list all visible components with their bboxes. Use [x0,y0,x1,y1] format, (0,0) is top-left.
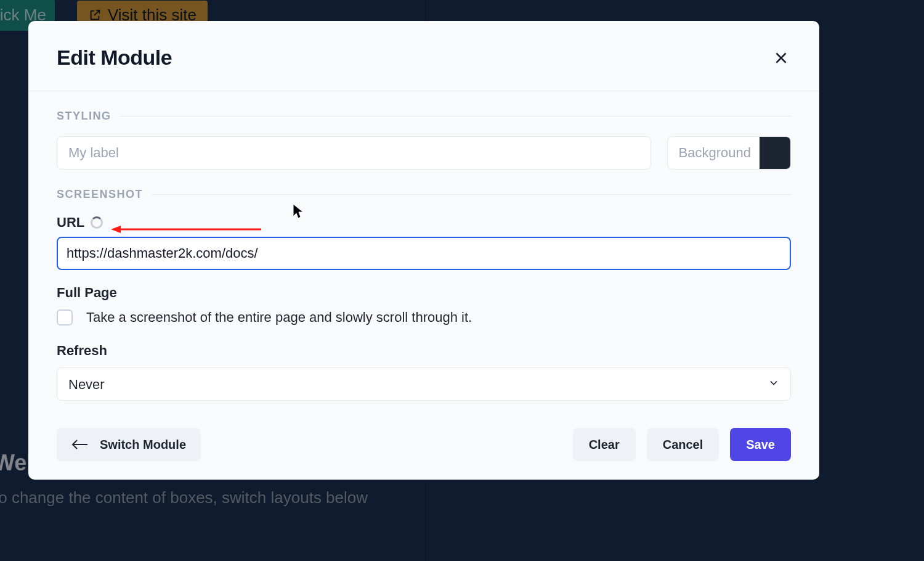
section-heading-screenshot: SCREENSHOT [57,188,791,201]
url-label-row: URL [57,215,791,231]
fullpage-description: Take a screenshot of the entire page and… [86,309,472,326]
close-icon [773,50,789,66]
url-input[interactable] [57,237,791,270]
refresh-select-wrap: Never [57,367,791,401]
modal-header: Edit Module [28,21,819,91]
modal-footer: Switch Module Clear Cancel Save [28,411,819,480]
close-button[interactable] [771,48,791,68]
fullpage-checkbox[interactable] [57,309,73,326]
background-color-picker[interactable]: Background [667,136,791,170]
background-label: Background [679,145,751,161]
clear-button[interactable]: Clear [573,428,636,461]
section-rule [152,194,791,195]
background-swatch [760,136,790,170]
refresh-select[interactable]: Never [57,367,791,401]
label-input[interactable] [57,136,651,170]
save-button[interactable]: Save [730,428,791,461]
arrow-left-icon [71,439,89,450]
section-heading-styling: STYLING [57,110,791,123]
section-heading-screenshot-text: SCREENSHOT [57,188,143,201]
fullpage-title: Full Page [57,285,791,301]
section-rule [120,116,791,117]
external-link-icon [88,8,102,22]
refresh-title: Refresh [57,343,791,359]
switch-module-button[interactable]: Switch Module [57,428,201,461]
cancel-button[interactable]: Cancel [647,428,719,461]
modal-body: STYLING Background SCREENSHOT URL Full P… [28,91,819,411]
switch-module-label: Switch Module [100,438,186,452]
fullpage-row: Take a screenshot of the entire page and… [57,309,791,326]
refresh-block: Refresh Never [57,343,791,401]
fullpage-block: Full Page Take a screenshot of the entir… [57,285,791,326]
edit-module-modal: Edit Module STYLING Background SCREENSHO… [28,21,819,480]
section-heading-styling-text: STYLING [57,110,111,123]
bg-subtext: to change the content of boxes, switch l… [0,488,368,507]
styling-row: Background [57,136,791,170]
loading-spinner-icon [91,216,103,229]
url-label: URL [57,215,84,231]
modal-title: Edit Module [57,46,172,70]
